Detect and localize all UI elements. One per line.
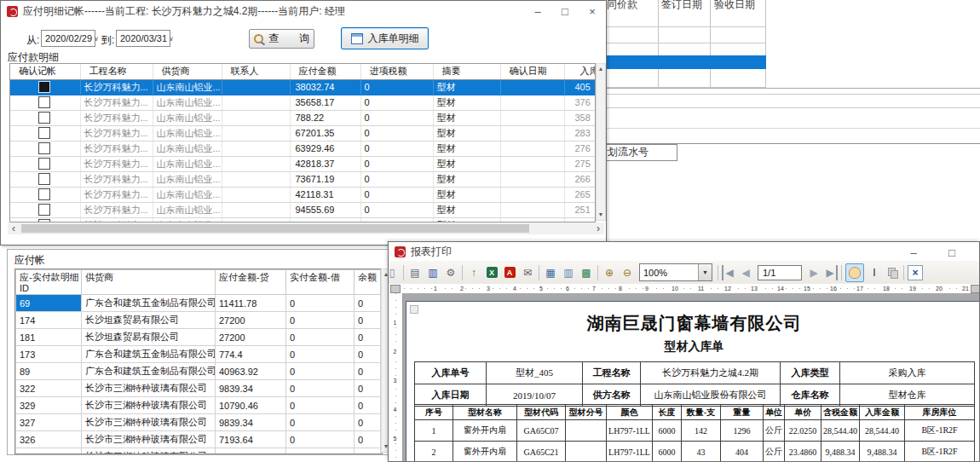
cell[interactable]: 0	[355, 380, 381, 397]
cell[interactable]: 283	[564, 125, 595, 141]
cell[interactable]: 329	[16, 397, 82, 414]
cell[interactable]: 67201.35	[290, 125, 360, 141]
cell[interactable]: 0	[286, 346, 355, 363]
cell[interactable]: 型材	[433, 141, 500, 156]
table-row[interactable]: 长沙万科魅力...山东南山铝业...42818.370型材275	[10, 156, 595, 171]
cell[interactable]: 0	[286, 295, 355, 312]
scroll-up-icon[interactable]: ▲	[598, 64, 604, 74]
cell[interactable]: 长沙坦森贸易有限公司	[82, 329, 216, 346]
cell[interactable]: 7193.64	[216, 431, 286, 448]
confirm-checkbox[interactable]	[38, 96, 50, 108]
table-row[interactable]: 329长沙市三湘特种玻璃有限公司10790.4600	[16, 397, 381, 414]
cell[interactable]: 38032.74	[290, 79, 360, 95]
chevron-down-icon[interactable]: ▼	[698, 264, 712, 280]
cell[interactable]: 型材	[433, 187, 500, 202]
cell[interactable]: 长沙万科魅力...	[80, 125, 153, 141]
close-button[interactable]: ×	[579, 1, 606, 21]
cell[interactable]: 9839.34	[216, 380, 286, 397]
cell[interactable]: 长沙万科魅力...	[80, 110, 153, 125]
cell[interactable]: 35658.17	[290, 95, 360, 110]
cell[interactable]	[500, 110, 564, 125]
cell[interactable]: 广东合和建筑五金制品有限公司	[82, 363, 216, 380]
cell[interactable]: 73671.19	[290, 171, 360, 187]
book-icon[interactable]: ▥	[425, 265, 441, 280]
cell[interactable]	[222, 79, 290, 95]
column-header[interactable]: 摘要	[433, 64, 500, 79]
pages-icon[interactable]: ▥	[561, 265, 576, 280]
column-header[interactable]: 联系人	[222, 64, 290, 79]
cell[interactable]: 42818.37	[290, 156, 360, 171]
cell[interactable]: 0	[355, 431, 381, 448]
cell[interactable]: 42118.31	[290, 187, 360, 202]
cell[interactable]	[222, 202, 290, 217]
cell[interactable]: 0	[286, 329, 355, 346]
table-row[interactable]: 89广东合和建筑五金制品有限公司40963.9200	[16, 363, 381, 380]
confirm-checkbox[interactable]	[38, 204, 50, 216]
to-date-select[interactable]: 2020/03/31 ∨	[116, 30, 170, 47]
cell[interactable]	[500, 141, 564, 156]
cell[interactable]	[222, 171, 290, 187]
cell[interactable]: 69	[16, 295, 82, 312]
cell[interactable]: 322	[16, 380, 82, 397]
cell[interactable]: 型材	[433, 95, 500, 110]
cell[interactable]: 长沙市三湘特种玻璃有限公司	[82, 448, 216, 455]
cell[interactable]: 长沙万科魅力...	[80, 156, 153, 171]
cell[interactable]: 788.22	[290, 110, 360, 125]
cell[interactable]: 山东南山铝业...	[153, 187, 222, 202]
table-row[interactable]: 326长沙市三湘特种玻璃有限公司7193.6400	[16, 431, 381, 448]
document-icon[interactable]: ▯	[388, 265, 400, 280]
next-page-icon[interactable]: ▶	[806, 265, 821, 280]
maximize-button[interactable]: □	[938, 242, 966, 263]
confirm-checkbox[interactable]	[38, 112, 50, 124]
cell[interactable]: 0	[286, 312, 355, 329]
table-row[interactable]: 327长沙市三湘特种玻璃有限公司9839.3400	[16, 414, 381, 431]
confirm-checkbox[interactable]	[38, 173, 50, 185]
cell[interactable]: 0	[360, 187, 433, 202]
pdf-icon[interactable]: A	[502, 265, 517, 280]
cell[interactable]: 276	[564, 141, 595, 156]
cell[interactable]: 型材	[433, 79, 500, 95]
from-date-select[interactable]: 2020/02/29 ∨	[41, 30, 95, 47]
cell[interactable]: 94555.69	[290, 202, 360, 217]
scroll-left-icon[interactable]: ‹	[8, 223, 20, 234]
cell[interactable]: 27200	[216, 329, 286, 346]
chevron-down-icon[interactable]: ∨	[94, 31, 99, 46]
excel-icon[interactable]: X	[484, 265, 499, 280]
cell[interactable]: 0	[355, 346, 381, 363]
inbound-detail-button[interactable]: 入库单明细	[341, 27, 429, 49]
cell[interactable]: 0	[355, 295, 381, 312]
cell[interactable]	[500, 95, 564, 110]
cell[interactable]: 774.4	[216, 346, 286, 363]
cell[interactable]: 0	[286, 414, 355, 431]
maximize-button[interactable]: □	[551, 1, 579, 21]
cell[interactable]	[216, 448, 286, 455]
scroll-right-icon[interactable]: ›	[592, 223, 604, 234]
cell[interactable]: 0	[360, 202, 433, 217]
cell[interactable]: 0	[360, 95, 433, 110]
cell[interactable]	[222, 141, 290, 156]
cell[interactable]: 山东南山铝业...	[153, 156, 222, 171]
column-header[interactable]: 进项税额	[360, 64, 433, 79]
cell[interactable]: 40963.92	[216, 363, 286, 380]
cell[interactable]	[222, 95, 290, 110]
cell[interactable]: 型材	[433, 125, 500, 141]
cell[interactable]: 0	[360, 110, 433, 125]
hand-tool-icon[interactable]	[845, 263, 864, 282]
confirm-checkbox[interactable]	[38, 142, 50, 154]
cell[interactable]: 405	[564, 79, 595, 95]
zoom-in-icon[interactable]: ⊕	[602, 265, 617, 280]
cell[interactable]: 山东南山铝业...	[153, 79, 222, 95]
cell[interactable]: 山东南山铝业...	[153, 110, 222, 125]
cell[interactable]: 长沙市三湘特种玻璃有限公司	[82, 380, 216, 397]
tools-icon[interactable]: ⚙	[443, 265, 458, 280]
column-header[interactable]: 实付金额-借	[286, 270, 355, 295]
cell[interactable]: 长沙万科魅力...	[80, 95, 153, 110]
cell[interactable]: 174	[16, 312, 82, 329]
cell[interactable]: 山东南山铝业...	[153, 141, 222, 156]
column-header[interactable]: 供货商	[153, 64, 222, 79]
table-row[interactable]: 长沙万科魅力...山东南山铝业...73671.190型材266	[10, 171, 595, 187]
copy-icon[interactable]	[885, 265, 900, 280]
cell[interactable]	[355, 448, 381, 455]
cell[interactable]	[500, 125, 564, 141]
cell[interactable]: 型材	[433, 156, 500, 171]
